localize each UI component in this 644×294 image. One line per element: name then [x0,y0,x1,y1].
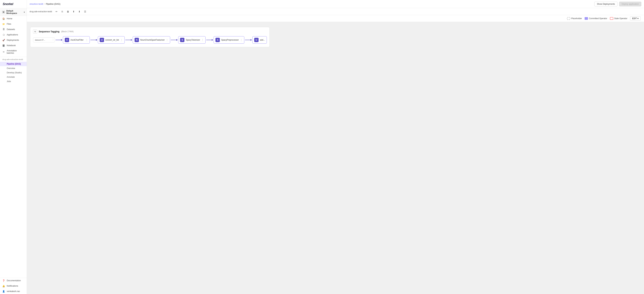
documentation-label: Documentation [7,280,21,282]
delete-icon-button[interactable]: 🗑 [66,9,70,14]
arrow-connector-3 [170,40,178,40]
operator-node-spacy-tokenizer[interactable]: S SpacyTokenizer ⋮ [178,36,206,44]
chevron-down-icon: ▾ [24,11,25,13]
arrow-connector-1 [90,40,98,40]
pipeline-dag-label: Pipeline (DAG) [7,63,21,65]
develop-studio-label: Develop (Studio) [7,72,22,74]
sidebar-item-notifications[interactable]: 🔔 Notifications [0,283,27,289]
sidebar-item-datasets[interactable]: 🗄 Datasets [0,27,27,32]
sidebar-item-label: Applications [7,34,18,36]
sidebar-item-label: Home [7,18,12,20]
breadcrumb-current: Pipeline (DAG) [46,3,60,5]
topbar: xtraction-testtt / Pipeline (DAG) Show D… [27,0,644,8]
dataset-label: dataset-07... [35,39,45,41]
main-content: xtraction-testtt / Pipeline (DAG) Show D… [27,0,644,294]
legend-stale: Stale Operator [610,17,628,20]
sidebar-item-home[interactable]: 🏠 Home [0,16,27,21]
operator-name-noun-chunk: NounChunkSpanFeaturizer [140,39,164,41]
workspace-selector[interactable]: W Default Workspace ▾ [0,8,27,16]
datasets-icon: 🗄 [2,28,5,31]
operator-name-spacy-preprocessor: SpacyPreprocessor [221,39,239,41]
operator-menu-icon-3[interactable]: ⋮ [201,38,204,41]
sidebar-item-pipeline-dag[interactable]: Pipeline (DAG) [0,62,27,66]
files-icon: 📁 [2,23,5,25]
three-dots-icon[interactable]: ⋮ [52,38,54,40]
copy-icon-button[interactable]: ⎘ [60,9,65,14]
sidebar-item-label: Datasets [7,28,15,30]
arrow-line [245,40,252,40]
operator-node-add[interactable]: U add... [252,36,267,44]
sidebar-item-deployments[interactable]: 🚀 Deployments [0,38,27,43]
sidebar-item-overview[interactable]: Overview [0,66,27,70]
placeholder-icon [567,17,570,20]
operator-avatar-s1: S [180,38,184,42]
operator-name-spacy-tokenizer: SpacyTokenizer [186,39,200,41]
placeholder-label: Placeholder [571,17,582,20]
deployments-icon: 🚀 [2,39,5,42]
notifications-icon: 🔔 [2,284,5,287]
arrow-connector-0 [55,40,63,40]
operator-node-convert-str-list[interactable]: U convert_str_list ⋮ [98,36,125,44]
sidebar-item-jobs[interactable]: Jobs [0,79,27,84]
operator-node-ascii-char-filter[interactable]: A AsciiCharFilter ⋮ [63,36,90,44]
arrow-line [171,40,178,40]
topbar-actions: Show Deployments Deploy application [594,2,641,6]
show-deployments-button[interactable]: Show Deployments [594,2,618,6]
pipeline-block: ⧉ Sequence Tagging (Block 17464) ⋮ datas… [30,27,270,47]
breadcrumb-parent[interactable]: xtraction-testtt [30,3,43,5]
sidebar-item-annotation-batches[interactable]: ✏ Annotation batches [0,48,27,56]
operator-node-spacy-preprocessor[interactable]: S SpacyPreprocessor ⋮ [214,36,244,44]
arrow-connector-5 [244,40,252,40]
notebook-icon: 📓 [2,44,5,47]
operator-menu-icon-4[interactable]: ⋮ [240,38,242,41]
dag-canvas[interactable]: ⧉ Sequence Tagging (Block 17464) ⋮ datas… [27,22,644,294]
legend-placeholder: Placeholder [567,17,582,20]
operator-node-noun-chunk[interactable]: N NounChunkSpanFeaturizer ⋮ [133,36,170,44]
sidebar-item-notebook[interactable]: 📓 Notebook [0,43,27,48]
overview-label: Overview [7,67,15,70]
sidebar-item-label: Annotation batches [7,50,24,54]
deploy-application-button[interactable]: Deploy application [619,2,641,6]
annotation-icon: ✏ [2,50,5,53]
operator-menu-icon-0[interactable]: ⋮ [86,38,88,41]
sidebar-item-applications[interactable]: ⬡ Applications [0,32,27,38]
download-icon-button[interactable]: ⬇ [77,9,82,14]
sidebar-item-label: Files [7,23,11,25]
operator-name-ascii-char-filter: AsciiCharFilter [70,39,84,41]
jobs-label: Jobs [7,80,11,82]
operator-avatar-s2: S [216,38,220,42]
operator-menu-icon-1[interactable]: ⋮ [120,38,123,41]
sidebar-item-develop-studio[interactable]: Develop (Studio) [0,70,27,75]
arrow-line [90,40,97,40]
user-icon: 👤 [2,290,5,293]
sidebar-item-label: Notebook [7,44,16,47]
edit-icon-button[interactable]: ✏ [54,9,59,14]
sidebar-project-nav: Pipeline (DAG) Overview Develop (Studio)… [0,62,27,84]
breadcrumb: xtraction-testtt / Pipeline (DAG) [30,3,60,5]
sidebar-nav: 🏠 Home 📁 Files 🗄 Datasets ⬡ Applications… [0,16,27,56]
user-label: venkatesh.rao [7,290,20,292]
block-title: Sequence Tagging [39,30,60,33]
workspace-icon: W [2,10,5,14]
list-icon-button[interactable]: ☰ [82,9,88,14]
legend-bar: Placeholder Committed Operator Stale Ope… [27,15,644,22]
sidebar-item-documentation[interactable]: ❓ Documentation [0,278,27,283]
workspace-label: Default Workspace [6,10,22,14]
arrow-connector-2 [125,40,133,40]
home-icon: 🏠 [2,17,5,20]
arrow-line [56,40,62,40]
committed-icon [584,17,588,20]
sidebar-item-user[interactable]: 👤 venkatesh.rao [0,289,27,294]
committed-label: Committed Operator [589,17,607,20]
operator-name-add: add... [260,39,265,41]
app-logo: Snorkel [0,0,27,8]
dataset-node[interactable]: ⋮ dataset-07... [33,38,55,42]
sidebar-item-annotate[interactable]: Annotate [0,75,27,79]
operator-menu-icon-2[interactable]: ⋮ [166,38,168,41]
edit-mode-button[interactable]: EDIT ▾ [630,16,641,20]
stale-label: Stale Operator [614,17,628,20]
upload-icon-button[interactable]: ⬆ [71,9,76,14]
sidebar-item-files[interactable]: 📁 Files [0,21,27,27]
arrow-line [125,40,132,40]
project-label: drug-ade-extraction-testtt [2,58,24,60]
